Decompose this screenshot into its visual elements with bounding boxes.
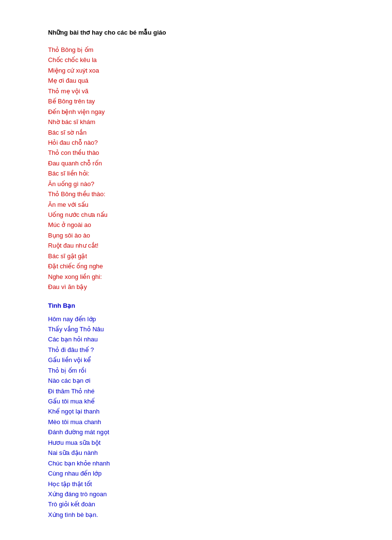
poem-line: Thỏ mẹ vội vã [48,86,344,96]
poem-line: Đau quanh chỗ rốn [48,158,344,168]
page-title: Những bài thơ hay cho các bé mẫu giáo [48,29,344,36]
poem-line: Xứng đáng trò ngoan [48,489,344,499]
poem2-title: Tình Bạn [48,302,344,309]
poem-line: Trò giỏi kết đoàn [48,499,344,509]
poem-line: Hươu mua sữa bột [48,438,344,448]
poem-line: Miệng cứ xuýt xoa [48,65,344,75]
poem-line: Thỏ đi đâu thế ? [48,345,344,355]
poem-line: Chúc bạn khỏe nhanh [48,458,344,468]
poem-line: Khế ngọt lại thanh [48,406,344,416]
poem-line: Ruột đau như cắt! [48,240,344,251]
poem-line: Múc ở ngoài ao [48,220,344,230]
poem-line: Thỏ bị ốm rồi [48,365,344,376]
poem-line: Mẹ ơi đau quá [48,75,344,86]
poem-line: Đi thăm Thỏ nhé [48,386,344,396]
poem-line: Thấy vắng Thỏ Nâu [48,324,344,334]
poem-line: Gấu tôi mua khế [48,396,344,406]
poem-line: Đau vì ăn bậy [48,282,344,292]
poem-line: Bụng sôi ào ào [48,230,344,240]
poem-line: Mèo tôi mua chanh [48,417,344,427]
poem-line: Thỏ Bông bị ốm [48,45,344,55]
poem-line: Bác sĩ liền hỏi: [48,168,344,178]
poem-line: Các bạn hỏi nhau [48,334,344,344]
poem-line: Gấu liền vội kể [48,355,344,365]
poem1-section: Thỏ Bông bị ốmChốc chốc kêu laMiệng cứ x… [48,45,344,292]
poem-line: Nai sữa đậu nành [48,448,344,458]
poem-line: Nào các bạn ơi [48,376,344,386]
poem-line: Hỏi đau chỗ nào? [48,138,344,148]
poem-line: Xứng tình bè bạn. [48,510,344,520]
poem-line: Nhờ bác sĩ khám [48,117,344,127]
poem-line: Học tập thật tốt [48,479,344,489]
poem2-section: Tình BạnHôm nay đến lớpThấy vắng Thỏ Nâu… [48,302,344,520]
poem-line: Thỏ Bông thều thào: [48,189,344,199]
poem-line: Ăn me với sấu [48,200,344,210]
poem-line: Hôm nay đến lớp [48,314,344,324]
poem-line: Uống nước chưa nấu [48,210,344,220]
poem-line: Đến bệnh viện ngay [48,107,344,117]
poem-line: Cùng nhau đến lớp [48,468,344,478]
poem-line: Nghe xong liền ghi: [48,272,344,282]
poem-line: Ăn uống gì nào? [48,179,344,189]
poem-line: Bác sĩ sờ nắn [48,127,344,138]
poem-line: Bế Bông trên tay [48,96,344,106]
poem-line: Chốc chốc kêu la [48,55,344,65]
poem-line: Thỏ con thều thào [48,148,344,158]
poem-line: Đặt chiếc ống nghe [48,261,344,271]
poem-line: Bác sĩ gật gật [48,251,344,261]
poem-line: Đánh đường mát ngọt [48,427,344,437]
